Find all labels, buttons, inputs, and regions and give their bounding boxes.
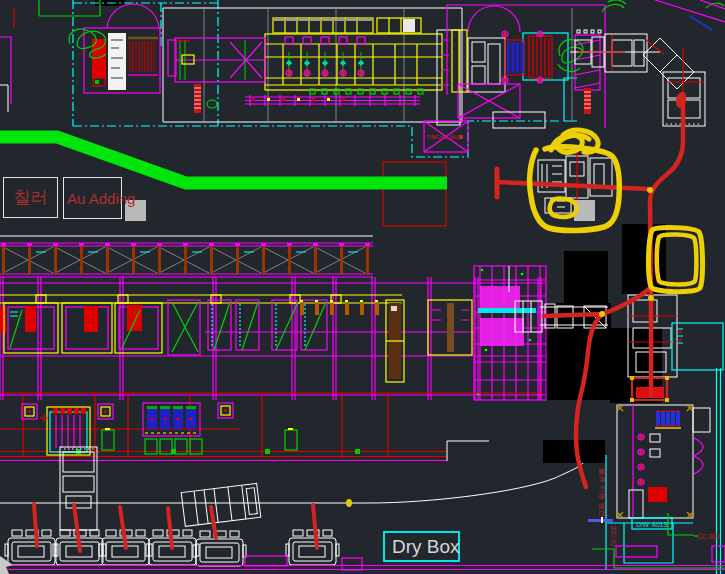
au-adding-label[interactable]: Au Adding xyxy=(63,177,122,219)
dry-box-label[interactable]: Dry Box xyxy=(383,531,460,562)
top-left-machine[interactable] xyxy=(84,4,160,93)
au-adding-label-text: Au Adding xyxy=(67,190,135,207)
dry-box-label-text: Dry Box xyxy=(392,536,460,558)
left-edge-marks xyxy=(0,0,100,112)
corner-diagonal-lines xyxy=(655,0,725,30)
bottom-boundary-lines xyxy=(0,546,725,570)
top-process-line[interactable] xyxy=(168,18,460,125)
green-scribble-topright[interactable] xyxy=(558,0,724,71)
route-note-text: 물류 이동 동선 xyxy=(598,468,607,517)
overhead-truss xyxy=(0,243,373,277)
cart-marker-strokes-red[interactable] xyxy=(34,504,317,551)
gray-blocks xyxy=(125,200,595,221)
cc-008-text: CC 008 xyxy=(697,533,719,540)
torch-bus-text: T/MCH & BUS xyxy=(426,134,462,140)
utility-piping xyxy=(0,393,543,461)
top-right-machine-room[interactable] xyxy=(447,5,605,128)
dim-note-text: 300.00 xyxy=(610,526,617,546)
chiller-label[interactable]: 칠러 xyxy=(3,177,58,218)
floorplan-drawing: T/MCH & BUS xyxy=(0,0,725,574)
torch-bus-box[interactable]: T/MCH & BUS xyxy=(424,121,468,152)
red-inspection-square[interactable] xyxy=(383,162,446,226)
cad-canvas[interactable]: T/MCH & BUS xyxy=(0,0,725,574)
corner-pointer-shape xyxy=(0,556,13,574)
main-equipment-hall[interactable] xyxy=(0,266,546,400)
dw-a01s-text: D/W. A01S xyxy=(636,521,668,528)
chiller-label-text: 칠러 xyxy=(14,186,48,209)
